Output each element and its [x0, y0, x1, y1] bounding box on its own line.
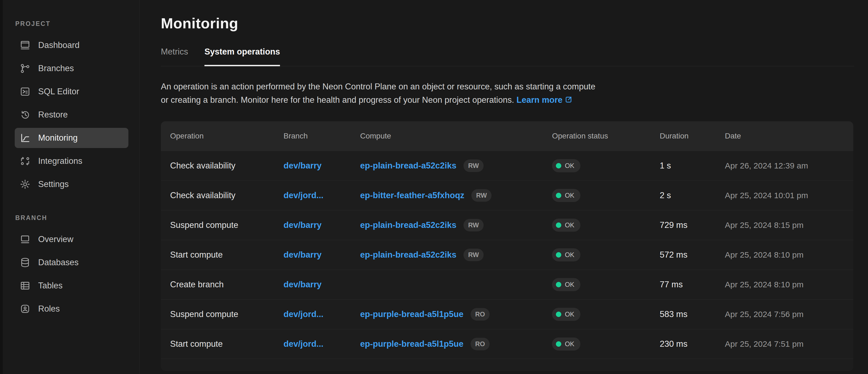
- sidebar-item-databases[interactable]: Databases: [15, 252, 128, 273]
- sidebar-item-label: Databases: [38, 258, 79, 268]
- gear-icon: [20, 179, 31, 190]
- compute-type-badge: RW: [463, 159, 484, 172]
- date-cell: Apr 25, 2024 7:51 pm: [725, 339, 853, 349]
- sidebar-item-sql-editor[interactable]: SQL Editor: [15, 82, 128, 102]
- status-ok-dot-icon: [556, 312, 561, 317]
- compute-link[interactable]: ep-bitter-feather-a5fxhoqz: [360, 191, 464, 200]
- column-header-compute: Compute: [360, 132, 552, 141]
- monitoring-chart-icon: [20, 132, 31, 144]
- sidebar-item-restore[interactable]: Restore: [15, 105, 128, 125]
- table-header-row: Operation Branch Compute Operation statu…: [161, 121, 853, 151]
- compute-link[interactable]: ep-purple-bread-a5l1p5ue: [360, 309, 463, 319]
- integrations-icon: [20, 156, 31, 166]
- dashboard-icon: [20, 40, 31, 51]
- database-icon: [20, 257, 31, 268]
- branch-link[interactable]: dev/barry: [283, 161, 322, 170]
- tab-system-operations[interactable]: System operations: [205, 47, 280, 66]
- sidebar-item-label: Branches: [38, 64, 74, 73]
- overview-icon: [20, 234, 31, 245]
- sidebar-item-label: Overview: [38, 235, 73, 244]
- duration-cell: 729 ms: [660, 220, 725, 230]
- branch-link[interactable]: dev/jord...: [283, 309, 323, 319]
- branch-link[interactable]: dev/barry: [283, 220, 322, 230]
- main-content: Monitoring Metrics System operations An …: [140, 0, 868, 374]
- duration-cell: 230 ms: [660, 339, 725, 349]
- sidebar-item-branches[interactable]: Branches: [15, 58, 128, 79]
- sidebar-item-settings[interactable]: Settings: [15, 174, 128, 194]
- column-header-branch: Branch: [283, 132, 360, 141]
- sidebar-item-label: Dashboard: [38, 40, 80, 50]
- status-badge: OK: [552, 308, 580, 321]
- sidebar-item-dashboard[interactable]: Dashboard: [15, 35, 128, 55]
- table-row: Suspend compute dev/barry ep-plain-bread…: [161, 210, 853, 240]
- branch-nav: Overview Databases Tables Roles: [3, 229, 139, 319]
- external-link-icon: [562, 95, 572, 105]
- table-row: Create branch dev/barry OK 77 ms Apr 25,…: [161, 270, 853, 299]
- compute-link[interactable]: ep-plain-bread-a52c2iks: [360, 250, 456, 260]
- operations-description: An operation is an action performed by t…: [161, 80, 868, 106]
- branch-link[interactable]: dev/barry: [283, 250, 322, 259]
- table-grid-icon: [20, 280, 31, 291]
- sidebar-item-label: Roles: [38, 304, 60, 314]
- status-badge: OK: [552, 248, 580, 261]
- date-cell: Apr 25, 2024 8:15 pm: [725, 221, 853, 230]
- column-header-operation-status: Operation status: [552, 132, 660, 141]
- column-header-duration: Duration: [660, 132, 725, 141]
- column-header-operation: Operation: [170, 132, 283, 141]
- project-nav: Dashboard Branches SQL Editor Restore Mo…: [3, 35, 139, 194]
- status-badge: OK: [552, 189, 580, 202]
- sidebar-item-label: SQL Editor: [38, 87, 79, 96]
- sidebar-item-label: Monitoring: [38, 133, 78, 143]
- operation-cell: Check availability: [170, 191, 283, 200]
- table-row-partial: [161, 359, 853, 371]
- column-header-date: Date: [725, 132, 853, 141]
- compute-link[interactable]: ep-plain-bread-a52c2iks: [360, 220, 456, 230]
- page-title: Monitoring: [161, 15, 868, 32]
- sidebar-item-integrations[interactable]: Integrations: [15, 151, 128, 171]
- operation-cell: Check availability: [170, 161, 283, 170]
- learn-more-link[interactable]: Learn more: [516, 95, 572, 105]
- compute-type-badge: RO: [470, 308, 490, 320]
- sidebar-item-monitoring[interactable]: Monitoring: [15, 128, 128, 148]
- sidebar-item-label: Integrations: [38, 156, 82, 166]
- date-cell: Apr 25, 2024 8:10 pm: [725, 250, 853, 259]
- compute-link[interactable]: ep-purple-bread-a5l1p5ue: [360, 339, 463, 349]
- sidebar: PROJECT Dashboard Branches SQL Editor Re…: [3, 0, 140, 374]
- duration-cell: 572 ms: [660, 250, 725, 260]
- date-cell: Apr 25, 2024 8:10 pm: [725, 280, 853, 289]
- status-ok-dot-icon: [556, 282, 561, 287]
- operation-cell: Suspend compute: [170, 220, 283, 230]
- sidebar-item-tables[interactable]: Tables: [15, 276, 128, 296]
- tab-bar: Metrics System operations: [161, 47, 854, 66]
- compute-type-badge: RW: [463, 219, 484, 231]
- duration-cell: 2 s: [660, 191, 725, 200]
- status-ok-dot-icon: [556, 163, 561, 168]
- branch-link[interactable]: dev/jord...: [283, 339, 323, 349]
- table-row: Suspend compute dev/jord... ep-purple-br…: [161, 299, 853, 329]
- status-ok-dot-icon: [556, 222, 561, 228]
- branch-link[interactable]: dev/barry: [283, 280, 322, 289]
- compute-link[interactable]: ep-plain-bread-a52c2iks: [360, 161, 456, 170]
- description-line2: or creating a branch. Monitor here for t…: [161, 95, 514, 105]
- status-badge: OK: [552, 219, 580, 232]
- sidebar-section-project: PROJECT: [15, 20, 139, 28]
- status-ok-dot-icon: [556, 341, 561, 347]
- tab-metrics[interactable]: Metrics: [161, 47, 188, 66]
- roles-user-icon: [20, 303, 31, 314]
- sidebar-item-overview[interactable]: Overview: [15, 229, 128, 249]
- operation-cell: Start compute: [170, 339, 283, 349]
- date-cell: Apr 26, 2024 12:39 am: [725, 161, 853, 170]
- branch-link[interactable]: dev/jord...: [283, 191, 323, 200]
- sql-editor-icon: [20, 86, 31, 97]
- status-badge: OK: [552, 338, 580, 350]
- sidebar-item-label: Settings: [38, 179, 69, 189]
- date-cell: Apr 25, 2024 10:01 pm: [725, 191, 853, 200]
- sidebar-item-roles[interactable]: Roles: [15, 299, 128, 319]
- compute-type-badge: RW: [471, 189, 492, 202]
- table-row: Start compute dev/barry ep-plain-bread-a…: [161, 240, 853, 270]
- operation-cell: Start compute: [170, 250, 283, 260]
- table-row: Start compute dev/jord... ep-purple-brea…: [161, 329, 853, 359]
- operations-table: Operation Branch Compute Operation statu…: [161, 121, 853, 371]
- operation-cell: Suspend compute: [170, 309, 283, 319]
- compute-type-badge: RO: [470, 338, 490, 350]
